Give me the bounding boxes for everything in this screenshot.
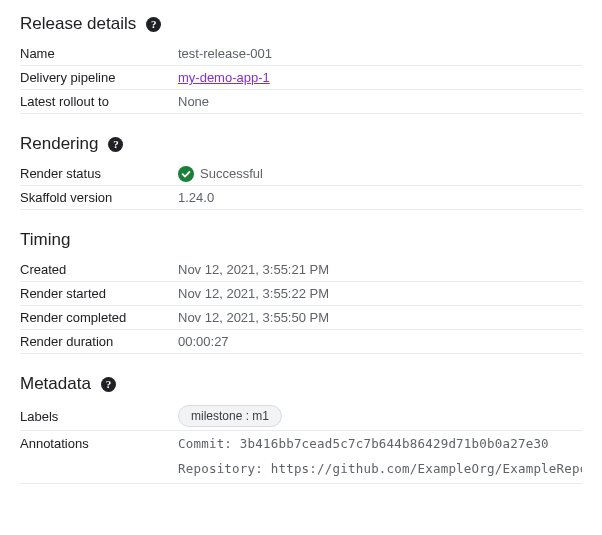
help-icon[interactable]: ? bbox=[146, 17, 161, 32]
rollout-label: Latest rollout to bbox=[20, 94, 178, 109]
created-label: Created bbox=[20, 262, 178, 277]
release-details-section: Release details ? Name test-release-001 … bbox=[20, 14, 582, 114]
help-icon[interactable]: ? bbox=[101, 377, 116, 392]
pipeline-row: Delivery pipeline my-demo-app-1 bbox=[20, 66, 582, 90]
metadata-header: Metadata ? bbox=[20, 374, 582, 394]
render-started-label: Render started bbox=[20, 286, 178, 301]
svg-point-0 bbox=[178, 166, 194, 182]
render-status-value: Successful bbox=[200, 166, 263, 181]
pipeline-link[interactable]: my-demo-app-1 bbox=[178, 70, 270, 85]
rollout-value: None bbox=[178, 94, 582, 109]
skaffold-row: Skaffold version 1.24.0 bbox=[20, 186, 582, 210]
created-row: Created Nov 12, 2021, 3:55:21 PM bbox=[20, 258, 582, 282]
skaffold-label: Skaffold version bbox=[20, 190, 178, 205]
timing-header: Timing bbox=[20, 230, 582, 250]
release-details-title: Release details bbox=[20, 14, 136, 34]
metadata-title: Metadata bbox=[20, 374, 91, 394]
render-duration-value: 00:00:27 bbox=[178, 334, 582, 349]
annotation-repo: Repository: https://github.com/ExampleOr… bbox=[178, 461, 582, 476]
render-started-value: Nov 12, 2021, 3:55:22 PM bbox=[178, 286, 582, 301]
timing-title: Timing bbox=[20, 230, 70, 250]
name-label: Name bbox=[20, 46, 178, 61]
render-duration-row: Render duration 00:00:27 bbox=[20, 330, 582, 354]
render-status-label: Render status bbox=[20, 166, 178, 181]
render-completed-label: Render completed bbox=[20, 310, 178, 325]
pipeline-label: Delivery pipeline bbox=[20, 70, 178, 85]
release-details-header: Release details ? bbox=[20, 14, 582, 34]
render-status-row: Render status Successful bbox=[20, 162, 582, 186]
name-row: Name test-release-001 bbox=[20, 42, 582, 66]
metadata-section: Metadata ? Labels milestone : m1 Annotat… bbox=[20, 374, 582, 484]
success-check-icon bbox=[178, 166, 194, 182]
rendering-title: Rendering bbox=[20, 134, 98, 154]
annotations-row: Annotations Commit: 3b416bb7cead5c7c7b64… bbox=[20, 431, 582, 484]
render-duration-label: Render duration bbox=[20, 334, 178, 349]
name-value: test-release-001 bbox=[178, 46, 582, 61]
label-chip[interactable]: milestone : m1 bbox=[178, 405, 282, 427]
render-completed-value: Nov 12, 2021, 3:55:50 PM bbox=[178, 310, 582, 325]
labels-row: Labels milestone : m1 bbox=[20, 402, 582, 431]
skaffold-value: 1.24.0 bbox=[178, 190, 582, 205]
rendering-section: Rendering ? Render status Successful Ska… bbox=[20, 134, 582, 210]
rollout-row: Latest rollout to None bbox=[20, 90, 582, 114]
created-value: Nov 12, 2021, 3:55:21 PM bbox=[178, 262, 582, 277]
rendering-header: Rendering ? bbox=[20, 134, 582, 154]
help-icon[interactable]: ? bbox=[108, 137, 123, 152]
annotation-commit: Commit: 3b416bb7cead5c7c7b644b86429d71b0… bbox=[178, 436, 549, 451]
render-started-row: Render started Nov 12, 2021, 3:55:22 PM bbox=[20, 282, 582, 306]
timing-section: Timing Created Nov 12, 2021, 3:55:21 PM … bbox=[20, 230, 582, 354]
labels-label: Labels bbox=[20, 409, 178, 424]
annotations-label: Annotations bbox=[20, 436, 178, 451]
render-completed-row: Render completed Nov 12, 2021, 3:55:50 P… bbox=[20, 306, 582, 330]
